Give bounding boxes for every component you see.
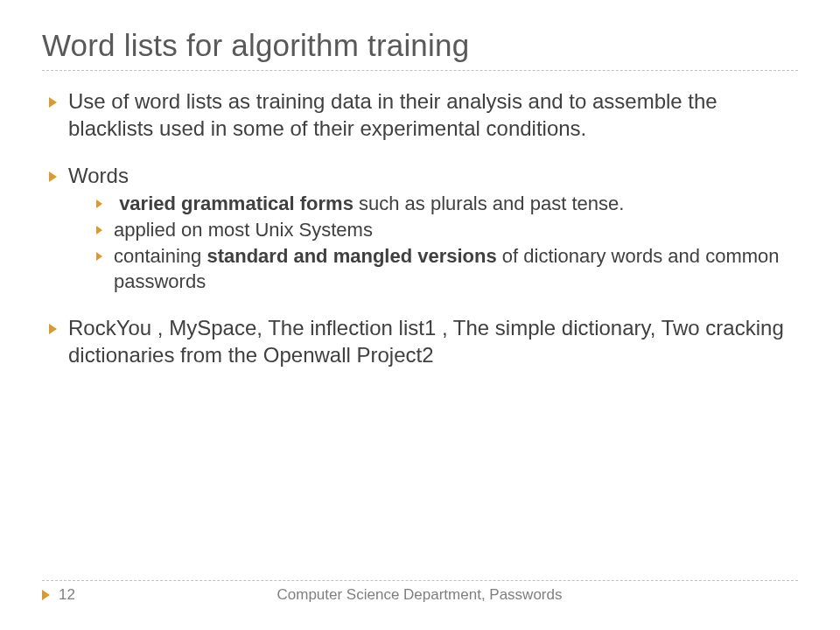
bullet-text: RockYou , MySpace, The inflection list1 … [68, 316, 784, 367]
bullet-item: Use of word lists as training data in th… [46, 88, 798, 142]
sub-bullet-item: containing standard and mangled versions… [94, 244, 798, 293]
slide-body: Use of word lists as training data in th… [42, 88, 798, 368]
footer-text: Computer Science Department, Passwords [41, 586, 798, 604]
sub-bullet-item: varied grammatical forms such as plurals… [94, 192, 798, 216]
slide-footer: 12 Computer Science Department, Password… [0, 580, 840, 604]
plain-text: such as plurals and past tense. [354, 192, 624, 214]
bold-text: varied grammatical forms [119, 192, 354, 214]
sub-bullet-item: applied on most Unix Systems [94, 218, 798, 242]
plain-text: containing [114, 245, 206, 267]
bold-text: standard and mangled versions [206, 245, 496, 267]
slide-title: Word lists for algorithm training [42, 28, 798, 63]
bullet-text: Words [68, 164, 129, 187]
footer-row: 12 Computer Science Department, Password… [42, 586, 798, 604]
footer-divider [42, 580, 798, 581]
bullet-item: Words varied grammatical forms such as p… [46, 163, 798, 293]
bullet-item: RockYou , MySpace, The inflection list1 … [46, 315, 798, 368]
bullet-text: Use of word lists as training data in th… [68, 89, 718, 140]
title-divider [42, 70, 798, 71]
plain-text: applied on most Unix Systems [114, 219, 373, 241]
slide: Word lists for algorithm training Use of… [0, 0, 840, 630]
